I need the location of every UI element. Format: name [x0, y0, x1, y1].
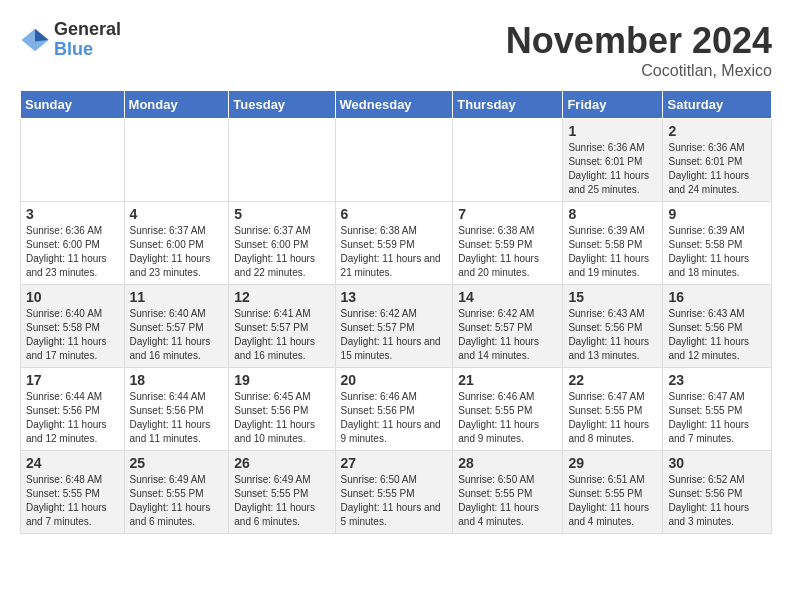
calendar-header: SundayMondayTuesdayWednesdayThursdayFrid… — [21, 91, 772, 119]
day-info: Sunrise: 6:46 AM Sunset: 5:55 PM Dayligh… — [458, 390, 557, 446]
day-info: Sunrise: 6:52 AM Sunset: 5:56 PM Dayligh… — [668, 473, 766, 529]
calendar-cell: 29Sunrise: 6:51 AM Sunset: 5:55 PM Dayli… — [563, 451, 663, 534]
day-info: Sunrise: 6:50 AM Sunset: 5:55 PM Dayligh… — [458, 473, 557, 529]
day-info: Sunrise: 6:49 AM Sunset: 5:55 PM Dayligh… — [234, 473, 329, 529]
day-number: 3 — [26, 206, 119, 222]
calendar-cell: 1Sunrise: 6:36 AM Sunset: 6:01 PM Daylig… — [563, 119, 663, 202]
calendar-cell: 10Sunrise: 6:40 AM Sunset: 5:58 PM Dayli… — [21, 285, 125, 368]
title-section: November 2024 Cocotitlan, Mexico — [506, 20, 772, 80]
day-number: 10 — [26, 289, 119, 305]
day-number: 12 — [234, 289, 329, 305]
day-number: 5 — [234, 206, 329, 222]
calendar-cell: 23Sunrise: 6:47 AM Sunset: 5:55 PM Dayli… — [663, 368, 772, 451]
day-info: Sunrise: 6:50 AM Sunset: 5:55 PM Dayligh… — [341, 473, 448, 529]
day-number: 25 — [130, 455, 224, 471]
day-number: 20 — [341, 372, 448, 388]
calendar-cell: 28Sunrise: 6:50 AM Sunset: 5:55 PM Dayli… — [453, 451, 563, 534]
month-title: November 2024 — [506, 20, 772, 62]
day-number: 11 — [130, 289, 224, 305]
day-header-monday: Monday — [124, 91, 229, 119]
day-info: Sunrise: 6:40 AM Sunset: 5:58 PM Dayligh… — [26, 307, 119, 363]
day-number: 22 — [568, 372, 657, 388]
day-number: 1 — [568, 123, 657, 139]
day-number: 15 — [568, 289, 657, 305]
day-number: 27 — [341, 455, 448, 471]
day-info: Sunrise: 6:38 AM Sunset: 5:59 PM Dayligh… — [458, 224, 557, 280]
day-number: 16 — [668, 289, 766, 305]
calendar-cell: 20Sunrise: 6:46 AM Sunset: 5:56 PM Dayli… — [335, 368, 453, 451]
calendar-body: 1Sunrise: 6:36 AM Sunset: 6:01 PM Daylig… — [21, 119, 772, 534]
day-info: Sunrise: 6:44 AM Sunset: 5:56 PM Dayligh… — [130, 390, 224, 446]
calendar-cell: 25Sunrise: 6:49 AM Sunset: 5:55 PM Dayli… — [124, 451, 229, 534]
day-number: 8 — [568, 206, 657, 222]
day-number: 4 — [130, 206, 224, 222]
day-info: Sunrise: 6:47 AM Sunset: 5:55 PM Dayligh… — [668, 390, 766, 446]
day-info: Sunrise: 6:51 AM Sunset: 5:55 PM Dayligh… — [568, 473, 657, 529]
calendar-cell: 7Sunrise: 6:38 AM Sunset: 5:59 PM Daylig… — [453, 202, 563, 285]
calendar-week-3: 10Sunrise: 6:40 AM Sunset: 5:58 PM Dayli… — [21, 285, 772, 368]
day-info: Sunrise: 6:47 AM Sunset: 5:55 PM Dayligh… — [568, 390, 657, 446]
day-info: Sunrise: 6:39 AM Sunset: 5:58 PM Dayligh… — [668, 224, 766, 280]
calendar-table: SundayMondayTuesdayWednesdayThursdayFrid… — [20, 90, 772, 534]
page-header: General Blue November 2024 Cocotitlan, M… — [20, 20, 772, 80]
calendar-cell: 5Sunrise: 6:37 AM Sunset: 6:00 PM Daylig… — [229, 202, 335, 285]
day-number: 14 — [458, 289, 557, 305]
day-info: Sunrise: 6:36 AM Sunset: 6:01 PM Dayligh… — [668, 141, 766, 197]
day-header-wednesday: Wednesday — [335, 91, 453, 119]
day-header-saturday: Saturday — [663, 91, 772, 119]
location-subtitle: Cocotitlan, Mexico — [506, 62, 772, 80]
calendar-cell: 2Sunrise: 6:36 AM Sunset: 6:01 PM Daylig… — [663, 119, 772, 202]
day-header-tuesday: Tuesday — [229, 91, 335, 119]
svg-marker-1 — [35, 29, 49, 42]
calendar-cell: 14Sunrise: 6:42 AM Sunset: 5:57 PM Dayli… — [453, 285, 563, 368]
calendar-cell: 24Sunrise: 6:48 AM Sunset: 5:55 PM Dayli… — [21, 451, 125, 534]
day-number: 23 — [668, 372, 766, 388]
day-info: Sunrise: 6:46 AM Sunset: 5:56 PM Dayligh… — [341, 390, 448, 446]
calendar-cell: 11Sunrise: 6:40 AM Sunset: 5:57 PM Dayli… — [124, 285, 229, 368]
calendar-cell: 22Sunrise: 6:47 AM Sunset: 5:55 PM Dayli… — [563, 368, 663, 451]
day-info: Sunrise: 6:36 AM Sunset: 6:01 PM Dayligh… — [568, 141, 657, 197]
day-number: 30 — [668, 455, 766, 471]
day-number: 7 — [458, 206, 557, 222]
calendar-cell — [453, 119, 563, 202]
calendar-cell: 27Sunrise: 6:50 AM Sunset: 5:55 PM Dayli… — [335, 451, 453, 534]
calendar-week-1: 1Sunrise: 6:36 AM Sunset: 6:01 PM Daylig… — [21, 119, 772, 202]
day-header-friday: Friday — [563, 91, 663, 119]
calendar-cell: 26Sunrise: 6:49 AM Sunset: 5:55 PM Dayli… — [229, 451, 335, 534]
calendar-cell: 8Sunrise: 6:39 AM Sunset: 5:58 PM Daylig… — [563, 202, 663, 285]
day-info: Sunrise: 6:42 AM Sunset: 5:57 PM Dayligh… — [341, 307, 448, 363]
day-number: 28 — [458, 455, 557, 471]
day-number: 21 — [458, 372, 557, 388]
logo-icon — [20, 25, 50, 55]
logo: General Blue — [20, 20, 121, 60]
calendar-week-4: 17Sunrise: 6:44 AM Sunset: 5:56 PM Dayli… — [21, 368, 772, 451]
calendar-week-2: 3Sunrise: 6:36 AM Sunset: 6:00 PM Daylig… — [21, 202, 772, 285]
logo-general: General — [54, 20, 121, 40]
calendar-cell: 30Sunrise: 6:52 AM Sunset: 5:56 PM Dayli… — [663, 451, 772, 534]
calendar-cell: 21Sunrise: 6:46 AM Sunset: 5:55 PM Dayli… — [453, 368, 563, 451]
day-number: 6 — [341, 206, 448, 222]
calendar-week-5: 24Sunrise: 6:48 AM Sunset: 5:55 PM Dayli… — [21, 451, 772, 534]
day-number: 26 — [234, 455, 329, 471]
calendar-cell: 19Sunrise: 6:45 AM Sunset: 5:56 PM Dayli… — [229, 368, 335, 451]
day-info: Sunrise: 6:40 AM Sunset: 5:57 PM Dayligh… — [130, 307, 224, 363]
day-info: Sunrise: 6:45 AM Sunset: 5:56 PM Dayligh… — [234, 390, 329, 446]
logo-blue: Blue — [54, 40, 121, 60]
day-info: Sunrise: 6:44 AM Sunset: 5:56 PM Dayligh… — [26, 390, 119, 446]
day-info: Sunrise: 6:36 AM Sunset: 6:00 PM Dayligh… — [26, 224, 119, 280]
day-info: Sunrise: 6:38 AM Sunset: 5:59 PM Dayligh… — [341, 224, 448, 280]
day-info: Sunrise: 6:39 AM Sunset: 5:58 PM Dayligh… — [568, 224, 657, 280]
day-info: Sunrise: 6:43 AM Sunset: 5:56 PM Dayligh… — [568, 307, 657, 363]
calendar-cell: 12Sunrise: 6:41 AM Sunset: 5:57 PM Dayli… — [229, 285, 335, 368]
day-info: Sunrise: 6:42 AM Sunset: 5:57 PM Dayligh… — [458, 307, 557, 363]
calendar-cell: 4Sunrise: 6:37 AM Sunset: 6:00 PM Daylig… — [124, 202, 229, 285]
calendar-cell: 3Sunrise: 6:36 AM Sunset: 6:00 PM Daylig… — [21, 202, 125, 285]
calendar-cell — [335, 119, 453, 202]
calendar-cell — [21, 119, 125, 202]
day-number: 17 — [26, 372, 119, 388]
calendar-cell: 9Sunrise: 6:39 AM Sunset: 5:58 PM Daylig… — [663, 202, 772, 285]
calendar-cell — [229, 119, 335, 202]
day-number: 13 — [341, 289, 448, 305]
calendar-cell: 18Sunrise: 6:44 AM Sunset: 5:56 PM Dayli… — [124, 368, 229, 451]
day-info: Sunrise: 6:37 AM Sunset: 6:00 PM Dayligh… — [130, 224, 224, 280]
